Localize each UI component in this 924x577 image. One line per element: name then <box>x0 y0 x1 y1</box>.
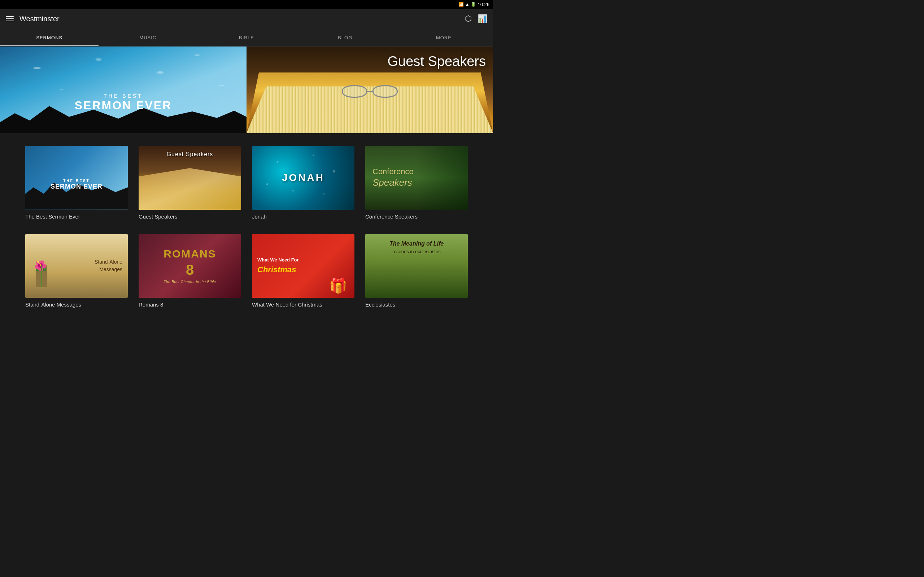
tab-music[interactable]: MUSIC <box>99 29 197 46</box>
lens-left <box>342 85 367 98</box>
thumb-best-sermon-text: THE BEST SERMON EVER <box>50 179 102 190</box>
nav-tabs: SERMONS MUSIC BIBLE BLOG MORE <box>0 29 493 47</box>
thumb-jonah: JONAH <box>252 146 354 210</box>
thumb-best-sermon: THE BEST SERMON EVER <box>25 146 128 210</box>
romans-subtitle: The Best Chapter in the Bible <box>163 280 216 284</box>
tree-background <box>417 146 468 210</box>
hero-left-line1: The Best <box>0 93 247 99</box>
water-drops <box>252 146 354 210</box>
thumb-ecclesiastes-bg: The Meaning of Life a series in ecclesia… <box>365 234 468 298</box>
menu-button[interactable] <box>6 16 14 21</box>
glasses-bridge <box>367 91 373 92</box>
eccl-sub: a series in ecclesiastes <box>393 249 441 254</box>
hero-left[interactable]: The Best SERMON EVER <box>0 47 247 133</box>
card-conference-speakers-label: Conference Speakers <box>365 213 468 220</box>
conf-line1: Conference <box>373 167 414 176</box>
hero-right-title: Guest Speakers <box>388 54 486 69</box>
sermon-grid-row1: THE BEST SERMON EVER The Best Sermon Eve… <box>25 146 468 220</box>
conf-line2: Speakers <box>373 177 412 188</box>
thumb-best-sermon-bg: THE BEST SERMON EVER <box>25 146 128 210</box>
christmas-main: Christmas <box>257 264 299 276</box>
status-bar: 📶 ▲ 🔋 10:26 <box>0 0 493 9</box>
wifi-icon: 📶 <box>459 2 464 7</box>
card-christmas[interactable]: What We Need For Christmas 🎁 What We Nee… <box>252 234 354 308</box>
flower-icon <box>36 266 47 287</box>
card-romans-label: Romans 8 <box>139 301 241 308</box>
card-guest-speakers[interactable]: Guest Speakers Guest Speakers <box>139 146 241 220</box>
tab-more[interactable]: MORE <box>394 29 493 46</box>
thumb-conference-speakers: Conference Speakers <box>365 146 468 210</box>
hero-left-line2: SERMON EVER <box>0 99 247 112</box>
status-icons: 📶 ▲ 🔋 10:26 <box>459 2 489 7</box>
sermon-grid-row2: Stand-AloneMessages Stand-Alone Messages… <box>25 234 468 308</box>
guest-speakers-overlay-title: Guest Speakers <box>167 151 213 158</box>
thumb-stand-alone-bg: Stand-AloneMessages <box>25 234 128 298</box>
glasses-visual <box>302 84 438 98</box>
thumb-romans: ROMANS 8 The Best Chapter in the Bible <box>139 234 241 298</box>
card-conference-speakers[interactable]: Conference Speakers Conference Speakers <box>365 146 468 220</box>
tab-blog[interactable]: BLOG <box>296 29 394 46</box>
christmas-top: What We Need For <box>257 257 299 263</box>
hero-left-text: The Best SERMON EVER <box>0 93 247 112</box>
battery-icon: 🔋 <box>471 2 476 7</box>
hero-right[interactable]: Guest Speakers <box>247 47 493 133</box>
card-stand-alone-label: Stand-Alone Messages <box>25 301 128 308</box>
thumb-guest-speakers-bg: Guest Speakers <box>139 146 241 210</box>
card-jonah[interactable]: JONAH Jonah <box>252 146 354 220</box>
card-romans[interactable]: ROMANS 8 The Best Chapter in the Bible R… <box>139 234 241 308</box>
stats-button[interactable]: 📊 <box>478 14 487 23</box>
toolbar: Westminster ⬡ 📊 <box>0 9 493 29</box>
status-time: 10:26 <box>478 2 489 7</box>
stand-alone-text: Stand-AloneMessages <box>95 258 122 273</box>
card-stand-alone[interactable]: Stand-AloneMessages Stand-Alone Messages <box>25 234 128 308</box>
present-icon: 🎁 <box>329 277 347 294</box>
thumb-ecclesiastes: The Meaning of Life a series in ecclesia… <box>365 234 468 298</box>
thumb-stand-alone: Stand-AloneMessages <box>25 234 128 298</box>
eccl-title: The Meaning of Life <box>389 240 444 247</box>
lens-right <box>373 85 398 98</box>
cast-button[interactable]: ⬡ <box>465 14 472 23</box>
thumb-conference-speakers-bg: Conference Speakers <box>365 146 468 210</box>
ecclesiastes-text: The Meaning of Life a series in ecclesia… <box>389 239 444 255</box>
tab-sermons[interactable]: SERMONS <box>0 29 99 46</box>
card-jonah-label: Jonah <box>252 213 354 220</box>
thumb-jonah-bg: JONAH <box>252 146 354 210</box>
christmas-text: What We Need For Christmas <box>257 256 299 276</box>
bible-visual <box>139 168 241 210</box>
romans-number: 8 <box>186 262 194 278</box>
app-title: Westminster <box>19 15 459 23</box>
thumb-guest-speakers: Guest Speakers <box>139 146 241 210</box>
card-guest-speakers-label: Guest Speakers <box>139 213 241 220</box>
card-christmas-label: What We Need for Christmas <box>252 301 354 308</box>
thumb-romans-bg: ROMANS 8 The Best Chapter in the Bible <box>139 234 241 298</box>
thumb-christmas-bg: What We Need For Christmas 🎁 <box>252 234 354 298</box>
thumb-christmas: What We Need For Christmas 🎁 <box>252 234 354 298</box>
card-best-sermon[interactable]: THE BEST SERMON EVER The Best Sermon Eve… <box>25 146 128 220</box>
card-best-sermon-label: The Best Sermon Ever <box>25 213 128 220</box>
tab-bible[interactable]: BIBLE <box>197 29 296 46</box>
card-ecclesiastes[interactable]: The Meaning of Life a series in ecclesia… <box>365 234 468 308</box>
signal-icon: ▲ <box>465 2 470 7</box>
conference-speakers-text: Conference Speakers <box>373 167 414 189</box>
card-ecclesiastes-label: Ecclesiastes <box>365 301 468 308</box>
hero-banner: The Best SERMON EVER Guest Speakers <box>0 47 493 133</box>
romans-title: ROMANS <box>163 248 216 260</box>
toolbar-actions: ⬡ 📊 <box>465 14 487 23</box>
content-area: THE BEST SERMON EVER The Best Sermon Eve… <box>0 146 493 308</box>
